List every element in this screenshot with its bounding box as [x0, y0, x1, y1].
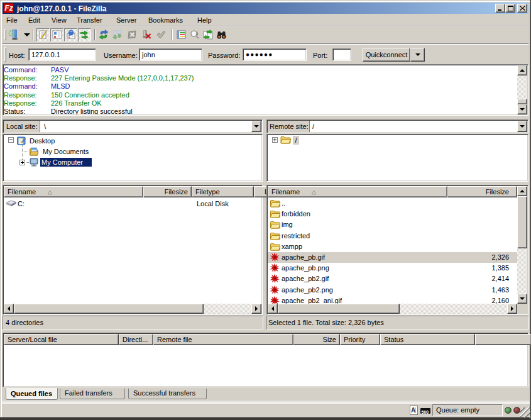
svg-text:500: 500	[422, 410, 429, 414]
svg-text:A: A	[411, 407, 415, 414]
